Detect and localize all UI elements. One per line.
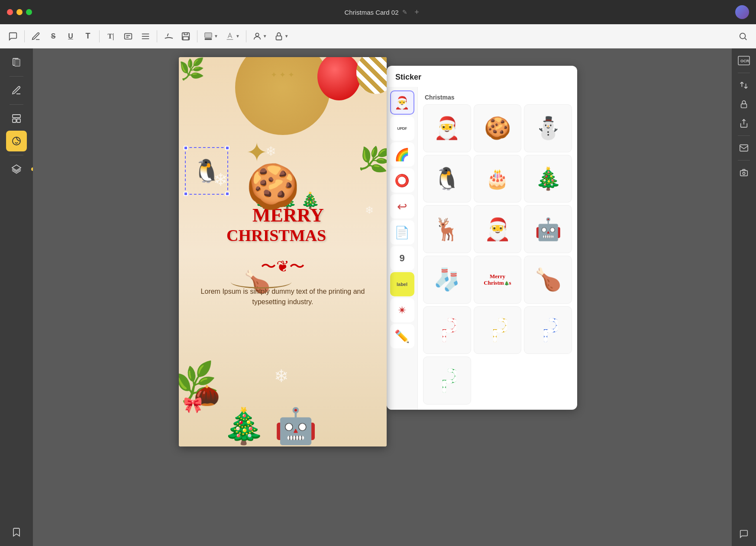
svg-rect-14 <box>15 59 20 66</box>
sticker-cat-updf[interactable]: UPDF <box>390 116 414 141</box>
strikethrough-button[interactable]: S <box>45 29 61 44</box>
snapshot-icon <box>739 168 749 177</box>
text-box-button[interactable] <box>120 29 136 44</box>
sticker-cat-labels[interactable]: label <box>390 272 414 296</box>
sticker-cat-arrows[interactable]: ↩ <box>390 194 414 218</box>
svg-text:OCR: OCR <box>740 59 750 63</box>
sticker-cat-emoji[interactable]: 🌈 <box>390 142 414 167</box>
sticker-santa[interactable]: 🎅 <box>423 104 471 152</box>
sticker-stocking[interactable]: 🧦 <box>423 256 471 304</box>
selected-sticker-penguin[interactable]: 🐧 <box>185 147 228 195</box>
user-button[interactable]: ▼ <box>250 29 270 44</box>
pen-button[interactable] <box>161 29 176 44</box>
text-box-icon <box>123 32 133 41</box>
sticker-candy-green[interactable] <box>423 357 471 405</box>
sticker-cat-shapes[interactable]: ⭕ <box>390 168 414 193</box>
save-icon <box>181 32 191 41</box>
sidebar-item-bookmarks[interactable] <box>6 522 27 543</box>
sticker-turkey[interactable]: 🍗 <box>524 256 572 304</box>
card-snowflake-3: ❄ <box>365 204 374 216</box>
protect-button[interactable] <box>735 96 753 113</box>
sticker-santa-hat[interactable]: 🎅 <box>474 205 522 253</box>
sidebar-item-templates[interactable] <box>6 108 27 129</box>
sticker-tree[interactable]: 🎄 <box>524 155 572 203</box>
card-gingerbread: 🍪 <box>246 161 300 212</box>
pen-icon <box>164 32 173 41</box>
layers-icon <box>11 164 22 174</box>
sidebar-sep-3 <box>10 155 23 155</box>
card-canvas: 🌿 ✦ ✦ ✦ ✦ 🍪 🎄 🎄 🎄 ❄ ❄ ❄ MERRY <box>179 57 387 446</box>
minimize-button[interactable] <box>16 9 23 15</box>
candy-cane-blue-icon <box>539 318 558 342</box>
color-arrow: ▼ <box>214 34 218 39</box>
save-button[interactable] <box>178 29 194 44</box>
traffic-lights <box>7 9 32 15</box>
sticker-cat-stars[interactable]: ✴ <box>390 298 414 322</box>
highlight-button[interactable]: ▼ <box>223 29 242 44</box>
handle-bottom-right[interactable] <box>225 192 229 196</box>
sticker-candy-yellow[interactable] <box>474 306 522 354</box>
svg-rect-15 <box>13 115 20 118</box>
sticker-cat-pencil[interactable]: ✏️ <box>390 324 414 348</box>
sticker-reindeer[interactable]: 🦌 <box>423 205 471 253</box>
align-button[interactable] <box>138 29 153 44</box>
document-title: Christmas Card 02 <box>344 9 398 16</box>
sticker-grid-container[interactable]: Christmas 🎅 🍪 ⛄ 🐧 🎂 🎄 🦌 <box>418 87 577 410</box>
handle-top-left[interactable] <box>184 146 188 150</box>
handle-bottom-left[interactable] <box>184 192 188 196</box>
sticker-snowman[interactable]: ⛄ <box>524 104 572 152</box>
text-button[interactable]: T <box>80 29 96 44</box>
sticker-cat-numbers[interactable]: 9 <box>390 246 414 270</box>
merry-text-label: Merry Christm🎄s <box>484 273 511 286</box>
sticker-merry-christmas-text[interactable]: Merry Christm🎄s <box>474 256 522 304</box>
sidebar-item-annotations[interactable] <box>6 80 27 101</box>
sticker-cat-christmas[interactable]: 🎅 <box>390 90 414 115</box>
sticker-penguin[interactable]: 🐧 <box>423 155 471 203</box>
sticker-nutcracker[interactable]: 🤖 <box>524 205 572 253</box>
chat-button[interactable] <box>735 525 753 543</box>
sidebar-item-layers[interactable] <box>6 159 27 180</box>
pages-icon <box>11 57 22 67</box>
edit-title-icon[interactable]: ✎ <box>402 9 407 16</box>
convert-button[interactable] <box>735 77 753 94</box>
share-button[interactable] <box>735 115 753 132</box>
chat-icon <box>739 529 749 539</box>
text-cursor-button[interactable]: T| <box>103 29 119 44</box>
color-icon <box>204 32 213 41</box>
bookmarks-icon <box>11 527 22 537</box>
lock-button[interactable]: ▼ <box>271 29 291 44</box>
title-area: Christmas Card 02 ✎ + <box>37 6 730 18</box>
add-tab-button[interactable]: + <box>411 6 423 18</box>
email-button[interactable] <box>735 139 753 157</box>
ocr-button[interactable]: OCR <box>735 52 753 69</box>
close-button[interactable] <box>7 9 13 15</box>
underline-button[interactable]: U <box>63 29 78 44</box>
comment-button[interactable] <box>5 29 21 44</box>
right-sep-3 <box>738 160 750 161</box>
sticker-candy-red[interactable] <box>423 306 471 354</box>
search-button[interactable] <box>735 29 751 44</box>
handle-top-right[interactable] <box>225 146 229 150</box>
sticker-cat-paper[interactable]: 📄 <box>390 220 414 244</box>
title-bar: Christmas Card 02 ✎ + <box>0 0 756 24</box>
snapshot-button[interactable] <box>735 164 753 181</box>
svg-point-9 <box>255 33 258 36</box>
sticker-categories: 🎅 UPDF 🌈 ⭕ ↩ 📄 9 label ✴ ✏️ <box>387 87 418 410</box>
sticker-gingerbread[interactable]: 🍪 <box>474 104 522 152</box>
maximize-button[interactable] <box>26 9 32 15</box>
canvas-area[interactable]: 🌿 ✦ ✦ ✦ ✦ 🍪 🎄 🎄 🎄 ❄ ❄ ❄ MERRY <box>33 48 732 546</box>
svg-line-12 <box>745 38 746 40</box>
left-sidebar <box>0 48 33 546</box>
pencil-button[interactable] <box>28 29 44 44</box>
sticker-pudding[interactable]: 🎂 <box>474 155 522 203</box>
sticker-grid: 🎅 🍪 ⛄ 🐧 🎂 🎄 🦌 🎅 🤖 <box>421 103 574 406</box>
sidebar-item-stickers[interactable] <box>6 131 27 151</box>
avatar[interactable] <box>735 5 749 19</box>
svg-rect-24 <box>740 170 748 176</box>
sticker-candy-blue[interactable] <box>524 306 572 354</box>
candy-cane-red-icon <box>437 318 456 342</box>
color-button[interactable]: ▼ <box>201 29 221 44</box>
svg-point-25 <box>743 172 745 175</box>
sidebar-item-pages[interactable] <box>6 52 27 73</box>
right-sep-1 <box>738 73 750 73</box>
